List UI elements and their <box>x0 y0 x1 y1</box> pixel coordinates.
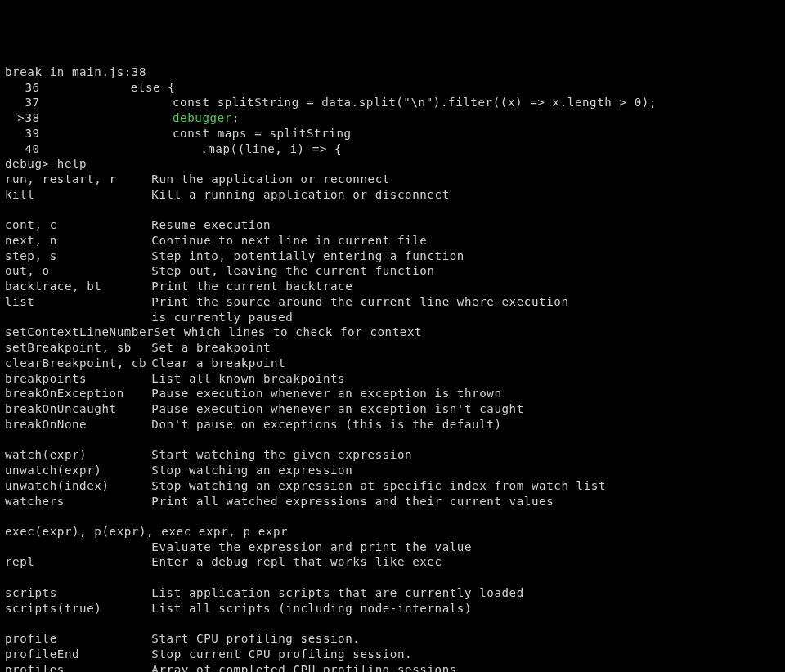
help-command: repl <box>5 554 151 570</box>
help-description: Enter a debug repl that works like exec <box>151 555 442 568</box>
line-number: 37 <box>5 95 40 110</box>
break-location: break in main.js:38 <box>5 65 780 80</box>
help-command: profiles <box>5 662 151 672</box>
help-description: Array of completed CPU profiling session… <box>151 663 464 672</box>
help-row: unwatch(index)Stop watching an expressio… <box>5 478 780 494</box>
help-row: profilesArray of completed CPU profiling… <box>5 662 780 672</box>
help-command: scripts(true) <box>5 601 151 616</box>
help-row: Evaluate the expression and print the va… <box>5 540 780 555</box>
help-row: cont, cResume execution <box>5 217 780 233</box>
help-command: clearBreakpoint, cb <box>5 356 151 371</box>
help-command: out, o <box>5 263 151 279</box>
help-command: setBreakpoint, sb <box>5 340 151 356</box>
help-command: breakOnException <box>5 386 151 401</box>
help-description: Continue to next line in current file <box>151 234 427 247</box>
line-number: 39 <box>5 126 40 141</box>
help-command: cont, c <box>5 217 151 233</box>
help-description: Pause execution whenever an exception is… <box>151 402 523 415</box>
source-line: >38debugger; <box>5 110 780 126</box>
source-line: 39const maps = splitString <box>5 126 780 141</box>
help-row: setBreakpoint, sbSet a breakpoint <box>5 340 780 356</box>
help-row: profileEndStop current CPU profiling ses… <box>5 647 780 662</box>
terminal-output[interactable]: break in main.js:3836else {37const split… <box>5 65 780 672</box>
help-description: Stop watching an expression at specific … <box>151 479 606 492</box>
source-line: 40.map((line, i) => { <box>5 141 780 157</box>
help-description: Set which lines to check for context <box>154 325 422 338</box>
help-description: Pause execution whenever an exception is… <box>151 387 501 400</box>
code-text: .map((line, i) => { <box>200 142 342 155</box>
help-description: List all scripts (including node-interna… <box>151 602 472 615</box>
help-description: Stop watching an expression <box>151 464 352 477</box>
help-row: unwatch(expr)Stop watching an expression <box>5 463 780 478</box>
help-description: Print all watched expressions and their … <box>151 495 554 508</box>
line-number: >38 <box>5 110 40 126</box>
help-command: watch(expr) <box>5 447 151 463</box>
help-command: list <box>5 294 151 310</box>
help-description: Resume execution <box>151 218 271 231</box>
help-row: is currently paused <box>5 310 780 325</box>
help-command: breakOnNone <box>5 417 151 432</box>
help-command: breakOnUncaught <box>5 401 151 417</box>
help-row: listPrint the source around the current … <box>5 294 780 310</box>
debug-prompt-line: debug> help <box>5 156 780 172</box>
help-command: watchers <box>5 494 151 509</box>
help-description: List application scripts that are curren… <box>151 586 523 599</box>
help-row <box>5 203 780 218</box>
help-row: run, restart, rRun the application or re… <box>5 172 780 187</box>
help-description: Evaluate the expression and print the va… <box>151 540 472 553</box>
help-description: Start watching the given expression <box>151 448 412 461</box>
code-text: else { <box>131 81 176 94</box>
source-line: 36else { <box>5 80 780 96</box>
help-description: Step into, potentially entering a functi… <box>151 249 464 262</box>
help-command: scripts <box>5 585 151 601</box>
help-description: Stop current CPU profiling session. <box>151 647 412 661</box>
help-row: breakOnExceptionPause execution whenever… <box>5 386 780 401</box>
help-row: exec(expr), p(expr), exec expr, p expr <box>5 524 780 540</box>
break-location-text: break in main.js:38 <box>5 65 146 78</box>
help-command: setContextLineNumber <box>5 325 154 340</box>
help-command: backtrace, bt <box>5 279 151 294</box>
help-row: breakOnNoneDon't pause on exceptions (th… <box>5 417 780 432</box>
help-description: List all known breakpoints <box>151 372 345 385</box>
help-command: run, restart, r <box>5 172 151 187</box>
help-description: Step out, leaving the current function <box>151 264 434 277</box>
help-row <box>5 616 780 631</box>
help-row: watchersPrint all watched expressions an… <box>5 494 780 509</box>
help-command: step, s <box>5 249 151 264</box>
help-row: next, nContinue to next line in current … <box>5 233 780 249</box>
code-text: ; <box>232 111 240 124</box>
help-description: Clear a breakpoint <box>151 356 285 370</box>
code-text: const maps = splitString <box>173 127 352 140</box>
help-description: Print the current backtrace <box>151 280 352 293</box>
help-description: is currently paused <box>151 311 293 324</box>
help-command: unwatch(expr) <box>5 463 151 478</box>
help-description: Set a breakpoint <box>151 341 271 354</box>
help-description: Run the application or reconnect <box>151 172 390 186</box>
help-command: profileEnd <box>5 647 151 662</box>
help-row: killKill a running application or discon… <box>5 187 780 203</box>
help-description: Print the source around the current line… <box>151 295 568 308</box>
line-number: 36 <box>5 80 40 96</box>
line-number: 40 <box>5 141 40 157</box>
help-row: watch(expr)Start watching the given expr… <box>5 447 780 463</box>
help-command: breakpoints <box>5 371 151 387</box>
help-row: breakOnUncaughtPause execution whenever … <box>5 401 780 417</box>
help-row: breakpointsList all known breakpoints <box>5 371 780 387</box>
help-row: scriptsList application scripts that are… <box>5 585 780 601</box>
help-row: profileStart CPU profiling session. <box>5 631 780 647</box>
help-row: replEnter a debug repl that works like e… <box>5 554 780 570</box>
help-row: backtrace, btPrint the current backtrace <box>5 279 780 294</box>
help-row <box>5 570 780 585</box>
help-command: unwatch(index) <box>5 478 151 494</box>
debug-prompt-text: debug> help <box>5 157 87 170</box>
help-row: step, sStep into, potentially entering a… <box>5 249 780 264</box>
help-command: next, n <box>5 233 151 249</box>
help-command: kill <box>5 187 151 203</box>
code-text: const splitString = data.split("\n").fil… <box>173 96 657 109</box>
help-description: Kill a running application or disconnect <box>151 188 449 201</box>
help-description: Don't pause on exceptions (this is the d… <box>151 418 501 431</box>
help-full-line: exec(expr), p(expr), exec expr, p expr <box>5 525 288 538</box>
help-row: setContextLineNumberSet which lines to c… <box>5 325 780 340</box>
help-row: clearBreakpoint, cbClear a breakpoint <box>5 356 780 371</box>
debugger-keyword: debugger <box>173 111 232 124</box>
